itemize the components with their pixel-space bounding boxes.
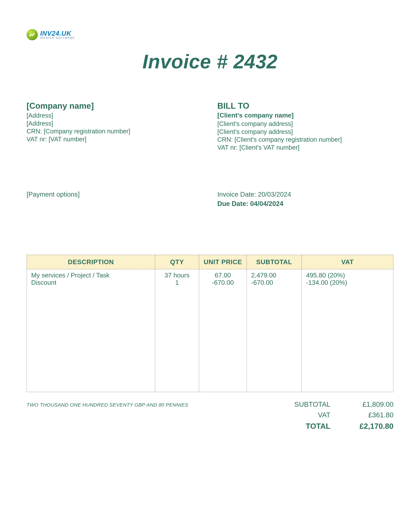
- line-description: My services / Project / Task: [31, 272, 151, 279]
- seller-address-2: [Address]: [27, 120, 203, 128]
- payment-options: [Payment options]: [27, 190, 203, 199]
- line-subtotal: -670.00: [251, 279, 297, 286]
- col-description: DESCRIPTION: [27, 255, 155, 269]
- billto-address-2: [Client's company address]: [217, 128, 393, 136]
- line-items-table: DESCRIPTION QTY UNIT PRICE SUBTOTAL VAT …: [27, 255, 393, 392]
- invoice-title: Invoice # 2432: [27, 50, 393, 73]
- seller-address-1: [Address]: [27, 112, 203, 120]
- subtotal-label: SUBTOTAL: [210, 400, 350, 408]
- totals-block: SUBTOTAL £1,809.00 VAT £361.80 TOTAL £2,…: [210, 399, 393, 432]
- billto-address-1: [Client's company address]: [217, 120, 393, 128]
- billto-block: BILL TO [Client's company name] [Client'…: [217, 101, 393, 152]
- billto-heading: BILL TO: [217, 101, 393, 111]
- line-vat: -134.00 (20%): [306, 279, 389, 286]
- amount-in-words: TWO THOUSAND ONE HUNDRED SEVENTY GBP AND…: [27, 399, 188, 408]
- total-value: £2,170.80: [350, 422, 393, 431]
- col-vat: VAT: [301, 255, 393, 269]
- subtotal-value: £1,809.00: [350, 400, 393, 408]
- invoice-date: Invoice Date: 20/03/2024: [217, 190, 393, 199]
- billto-name: [Client's company name]: [217, 112, 393, 119]
- logo-icon: [27, 29, 38, 40]
- seller-crn: CRN: [Company registration number]: [27, 127, 203, 136]
- brand-logo: INV24.UK INVOICE SOFTWARE: [27, 29, 393, 40]
- seller-vat: VAT nr: [VAT number]: [27, 136, 203, 143]
- billto-crn: CRN: [Client's company registration numb…: [217, 136, 393, 144]
- logo-sub-text: INVOICE SOFTWARE: [40, 37, 75, 39]
- col-unit-price: UNIT PRICE: [199, 255, 247, 269]
- line-unit-price: 67.00: [204, 272, 242, 279]
- vat-value: £361.80: [350, 411, 393, 419]
- line-vat: 495.80 (20%): [306, 272, 389, 279]
- table-header-row: DESCRIPTION QTY UNIT PRICE SUBTOTAL VAT: [27, 255, 393, 269]
- seller-block: [Company name] [Address] [Address] CRN: …: [27, 101, 203, 152]
- line-unit-price: -670.00: [204, 279, 242, 286]
- col-subtotal: SUBTOTAL: [247, 255, 302, 269]
- col-qty: QTY: [155, 255, 199, 269]
- line-description: Discount: [31, 279, 151, 286]
- billto-vat: VAT nr: [Client's VAT number]: [217, 144, 393, 152]
- line-qty: 1: [160, 279, 195, 286]
- seller-name: [Company name]: [27, 101, 203, 111]
- vat-label: VAT: [210, 411, 350, 419]
- line-subtotal: 2,479.00: [251, 272, 297, 279]
- line-qty: 37 hours: [160, 272, 195, 279]
- total-label: TOTAL: [210, 422, 350, 431]
- logo-primary-text: INV24.UK: [40, 30, 75, 37]
- due-date: Due Date: 04/04/2024: [217, 199, 393, 208]
- table-row: My services / Project / Task Discount 37…: [27, 269, 393, 392]
